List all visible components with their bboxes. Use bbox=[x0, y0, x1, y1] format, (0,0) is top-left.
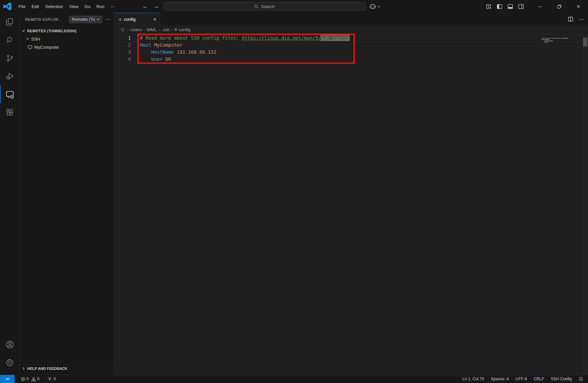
minimize-button[interactable]: ─ bbox=[531, 0, 550, 13]
sidebar-title: REMOTE EXPLOR... bbox=[25, 17, 62, 21]
extensions-icon[interactable] bbox=[0, 103, 19, 122]
restore-icon bbox=[557, 4, 561, 9]
code-editor[interactable]: 1 # Read more about SSH config files: ht… bbox=[114, 34, 588, 375]
tree-section-remotes[interactable]: REMOTES (TUNNELS/SSH) bbox=[20, 27, 114, 35]
ports-count: 0 bbox=[53, 377, 56, 381]
line-number: 3 bbox=[114, 49, 131, 56]
toggle-secondary-sidebar-icon[interactable] bbox=[518, 4, 524, 9]
value-text: MyComputer bbox=[151, 42, 183, 48]
tree-item-mycomputer[interactable]: MyComputer bbox=[20, 43, 114, 51]
breadcrumb-drive[interactable]: C: bbox=[121, 27, 126, 32]
command-center-search[interactable]: Search bbox=[163, 2, 366, 11]
bell-icon bbox=[579, 377, 583, 381]
customize-layout-icon[interactable] bbox=[486, 4, 492, 9]
sidebar-more-actions[interactable]: ⋯ bbox=[105, 16, 110, 22]
go-forward-button[interactable]: → bbox=[153, 3, 159, 10]
chevron-right-icon bbox=[21, 367, 26, 371]
vscode-logo-icon bbox=[3, 2, 11, 10]
highlighted-word[interactable]: ssh_config bbox=[321, 35, 349, 41]
run-debug-icon[interactable] bbox=[0, 67, 19, 85]
problems-errors[interactable]: 0 bbox=[18, 377, 31, 381]
breadcrumb-config-file[interactable]: config bbox=[179, 27, 191, 32]
chevron-right-icon: › bbox=[143, 27, 145, 32]
status-bar: >< 0 0 0 Ln 1, Col 75 Spaces: 4 UTF-8 CR… bbox=[0, 375, 588, 383]
remote-type-dropdown-value: Remotes (Tu bbox=[72, 17, 95, 22]
editor-group: ≡ config ✕ ⋯ C: › Users › WML › .ssh › ≡… bbox=[114, 13, 588, 375]
line-number: 2 bbox=[114, 42, 131, 49]
editor-more-actions[interactable]: ⋯ bbox=[579, 16, 584, 22]
comment-text: # Read more about SSH config files: bbox=[140, 35, 242, 41]
settings-gear-icon[interactable] bbox=[0, 353, 19, 372]
file-icon: ≡ bbox=[119, 17, 121, 22]
line-number: 4 bbox=[114, 56, 131, 63]
error-icon bbox=[21, 377, 25, 381]
ports-indicator[interactable]: 0 bbox=[45, 375, 58, 383]
notifications-bell[interactable] bbox=[575, 377, 588, 381]
remote-explorer-sidebar: REMOTE EXPLOR... Remotes (Tu ⋯ REMOTES (… bbox=[20, 13, 114, 375]
minimap[interactable] bbox=[542, 38, 581, 43]
breadcrumb: C: › Users › WML › .ssh › ≡ config bbox=[114, 26, 588, 34]
restore-button[interactable] bbox=[550, 0, 569, 13]
cursor-position[interactable]: Ln 1, Col 75 bbox=[459, 377, 488, 381]
toggle-panel-icon[interactable] bbox=[507, 4, 513, 9]
menu-go[interactable]: Go bbox=[82, 3, 93, 10]
keyword-text: User bbox=[151, 56, 163, 62]
menu-file[interactable]: File bbox=[15, 3, 29, 10]
toggle-primary-sidebar-icon[interactable] bbox=[497, 4, 502, 9]
menu-selection[interactable]: Selection bbox=[42, 3, 66, 10]
chevron-right-icon: › bbox=[127, 27, 129, 32]
explorer-icon[interactable] bbox=[0, 13, 19, 31]
remote-type-dropdown[interactable]: Remotes (Tu bbox=[69, 16, 102, 23]
scrollbar-thumb[interactable] bbox=[583, 38, 587, 47]
tab-config-label: config bbox=[124, 17, 136, 22]
eol-setting[interactable]: CRLF bbox=[530, 377, 547, 381]
language-mode[interactable]: SSH Config bbox=[547, 377, 575, 381]
vm-monitor-icon bbox=[28, 45, 33, 50]
tree-item-ssh-label: SSH bbox=[31, 37, 40, 42]
help-and-feedback-section[interactable]: HELP AND FEEDBACK bbox=[20, 365, 114, 372]
chevron-right-icon: › bbox=[171, 27, 173, 32]
breadcrumb-ssh-folder[interactable]: .ssh bbox=[161, 27, 169, 32]
code-line-3[interactable]: 3 HostName 192.168.66.152 bbox=[114, 49, 588, 56]
accounts-icon[interactable] bbox=[0, 335, 19, 353]
tree-item-ssh[interactable]: SSH bbox=[20, 35, 114, 43]
chevron-down-icon bbox=[377, 5, 380, 8]
keyword-text: Host bbox=[140, 42, 151, 48]
menu-view[interactable]: View bbox=[66, 3, 82, 10]
warnings-count: 0 bbox=[37, 377, 40, 381]
code-line-2[interactable]: 2 Host MyComputer bbox=[114, 42, 588, 49]
tab-close-icon[interactable]: ✕ bbox=[153, 17, 156, 22]
menu-more[interactable]: ⋯ bbox=[107, 3, 118, 10]
value-text: 192.168.66.152 bbox=[174, 49, 216, 55]
code-line-1[interactable]: 1 # Read more about SSH config files: ht… bbox=[114, 35, 588, 42]
copilot-menu[interactable] bbox=[369, 0, 380, 13]
chevron-down-icon bbox=[26, 37, 30, 41]
keyword-text: HostName bbox=[151, 49, 174, 55]
close-window-button[interactable]: ✕ bbox=[569, 0, 588, 13]
code-line-4[interactable]: 4 User GO bbox=[114, 56, 588, 63]
menu-edit[interactable]: Edit bbox=[29, 3, 42, 10]
go-back-button[interactable]: ← bbox=[142, 3, 148, 10]
breadcrumb-wml[interactable]: WML bbox=[147, 27, 157, 32]
tab-bar: ≡ config ✕ ⋯ bbox=[114, 13, 588, 26]
breadcrumb-users[interactable]: Users bbox=[130, 27, 142, 32]
problems-warnings[interactable]: 0 bbox=[31, 377, 42, 381]
remote-explorer-icon[interactable] bbox=[0, 85, 19, 103]
warning-icon bbox=[31, 377, 36, 381]
indent-text bbox=[140, 49, 151, 55]
chevron-down-icon bbox=[96, 18, 100, 21]
link-text[interactable]: https://linux.die.net/man/5/ bbox=[242, 35, 321, 41]
menu-run[interactable]: Run bbox=[93, 3, 107, 10]
chevron-right-icon: › bbox=[158, 27, 160, 32]
search-view-icon[interactable] bbox=[0, 31, 19, 49]
encoding-setting[interactable]: UTF-8 bbox=[512, 377, 530, 381]
remote-indicator[interactable]: >< bbox=[0, 375, 14, 383]
indent-guide bbox=[141, 49, 142, 63]
tab-config[interactable]: ≡ config ✕ bbox=[114, 13, 160, 26]
split-editor-icon[interactable] bbox=[568, 16, 573, 22]
file-icon: ≡ bbox=[175, 27, 177, 32]
scrollbar-track[interactable] bbox=[582, 34, 588, 375]
indentation-setting[interactable]: Spaces: 4 bbox=[488, 377, 512, 381]
errors-count: 0 bbox=[27, 377, 29, 381]
source-control-icon[interactable] bbox=[0, 49, 19, 67]
